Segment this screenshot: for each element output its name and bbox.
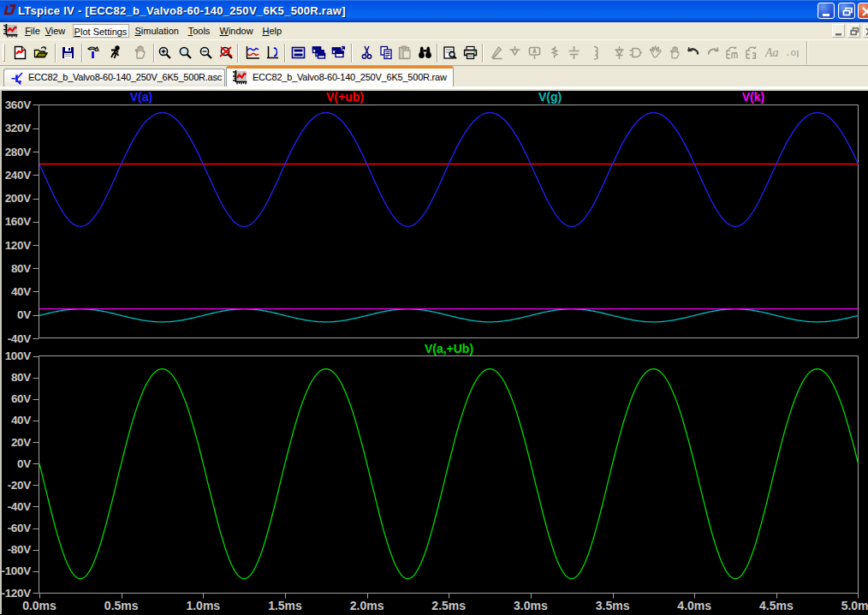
svg-text:0.0ms: 0.0ms	[22, 599, 56, 612]
svg-text:4.0ms: 4.0ms	[677, 599, 711, 612]
svg-text:2.5ms: 2.5ms	[431, 599, 466, 612]
svg-text:-80V: -80V	[8, 543, 32, 556]
svg-text:2.0ms: 2.0ms	[350, 599, 384, 612]
svg-text:0V: 0V	[17, 308, 31, 321]
svg-text:80V: 80V	[11, 262, 31, 275]
svg-text:3.0ms: 3.0ms	[514, 599, 548, 612]
svg-text:80V: 80V	[11, 371, 31, 384]
svg-text:5.0ms: 5.0ms	[841, 599, 868, 612]
svg-text:100V: 100V	[5, 349, 32, 362]
svg-text:240V: 240V	[5, 169, 32, 182]
svg-text:V(+ub): V(+ub)	[326, 90, 364, 104]
svg-text:4.5ms: 4.5ms	[759, 599, 794, 612]
svg-text:3.5ms: 3.5ms	[596, 599, 630, 612]
svg-text:V(g): V(g)	[538, 90, 562, 104]
svg-text:20V: 20V	[11, 436, 31, 449]
svg-text:-20V: -20V	[8, 479, 32, 492]
svg-text:40V: 40V	[11, 414, 31, 427]
svg-text:-120V: -120V	[1, 587, 31, 600]
svg-text:V(a,+Ub): V(a,+Ub)	[425, 342, 473, 355]
svg-text:60V: 60V	[11, 392, 31, 405]
svg-text:160V: 160V	[5, 215, 32, 228]
svg-text:1.0ms: 1.0ms	[186, 599, 220, 612]
svg-text:Aa: Aa	[764, 46, 779, 59]
svg-text:200V: 200V	[5, 192, 32, 205]
svg-text:V(a): V(a)	[130, 90, 152, 104]
svg-text:-60V: -60V	[8, 522, 32, 534]
svg-text:V(k): V(k)	[742, 90, 764, 104]
svg-text:40V: 40V	[11, 285, 31, 298]
svg-text:120V: 120V	[5, 239, 32, 252]
svg-text:0V: 0V	[17, 457, 31, 470]
svg-text:-40V: -40V	[8, 500, 32, 513]
svg-text:.op: .op	[785, 48, 799, 58]
svg-text:-100V: -100V	[1, 564, 31, 577]
svg-text:280V: 280V	[5, 146, 32, 158]
svg-text:360V: 360V	[5, 99, 32, 111]
svg-text:1.5ms: 1.5ms	[268, 599, 302, 612]
svg-text:320V: 320V	[5, 122, 32, 134]
svg-text:-40V: -40V	[8, 332, 32, 345]
svg-text:0.5ms: 0.5ms	[104, 599, 139, 612]
